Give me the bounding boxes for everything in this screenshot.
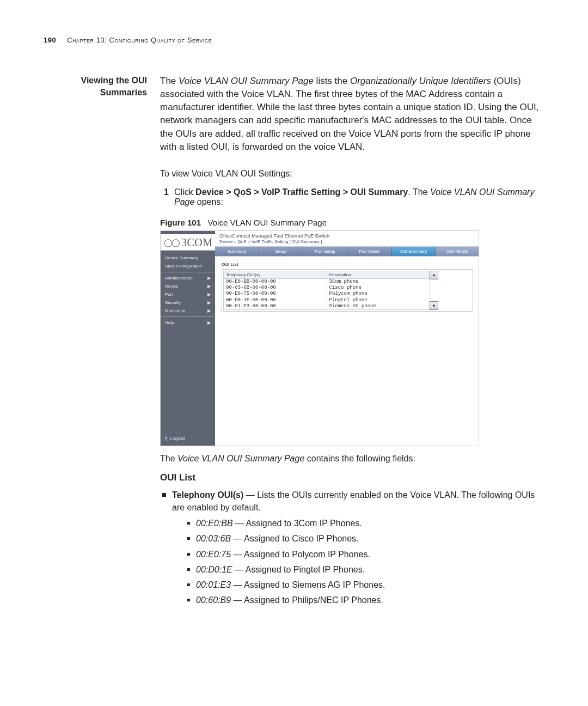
table-row[interactable]: 00-E0-75-00-00-00Polycom phone bbox=[224, 291, 430, 297]
logout-link[interactable]: ⎘ Logout bbox=[161, 433, 215, 446]
tab-port-detail[interactable]: Port Detail bbox=[347, 247, 391, 256]
tab-oui-modify[interactable]: OUI Modify bbox=[436, 247, 479, 256]
running-header: 190 Chapter 13: Configuring Quality of S… bbox=[44, 36, 544, 44]
page-number: 190 bbox=[44, 36, 56, 44]
table-row[interactable]: 00-01-E3-00-00-00Siemens AG phone bbox=[224, 303, 430, 310]
tab-bar: Summary Setup Port Setup Port Detail OUI… bbox=[215, 246, 479, 257]
sidebar-item-security[interactable]: Security▶ bbox=[161, 299, 215, 307]
intro-paragraph: The Voice VLAN OUI Summary Page lists th… bbox=[160, 75, 544, 154]
sidebar-item-save-configuration[interactable]: Save Configuration bbox=[161, 262, 215, 270]
product-title: OfficeConnect Managed Fast Ethernet PoE … bbox=[219, 233, 475, 239]
list-item: 00:E0:75 — Assigned to Polycom IP Phones… bbox=[185, 548, 544, 561]
side-heading-line1: Viewing the OUI bbox=[81, 76, 148, 85]
side-heading-line2: Summaries bbox=[100, 88, 147, 97]
oui-list-heading: OUI List bbox=[160, 472, 544, 483]
list-item: 00:01:E3 — Assigned to Siemens AG IP Pho… bbox=[185, 579, 544, 591]
list-item: 00:E0:BB — Assigned to 3Com IP Phones. bbox=[185, 517, 544, 530]
tab-port-setup[interactable]: Port Setup bbox=[303, 247, 347, 256]
col-header-oui: Telephony OUI(s) bbox=[224, 271, 327, 278]
oui-table: Telephony OUI(s) Description 00-E0-BB-00… bbox=[223, 271, 430, 310]
step-number: 1 bbox=[160, 187, 169, 207]
breadcrumb: Device > QoS > VoIP Traffic Setting [ OU… bbox=[215, 239, 479, 246]
chevron-right-icon: ▶ bbox=[207, 292, 211, 297]
list-item: 00:03:6B — Assigned to Cisco IP Phones. bbox=[185, 532, 544, 545]
step-text: Click Device > QoS > VoIP Traffic Settin… bbox=[174, 187, 544, 207]
sidebar-item-help[interactable]: Help▶ bbox=[161, 319, 215, 327]
main-panel: OfficeConnect Managed Fast Ethernet PoE … bbox=[215, 231, 479, 446]
chapter-title: Chapter 13: Configuring Quality of Servi… bbox=[67, 36, 212, 44]
tab-summary[interactable]: Summary bbox=[215, 247, 259, 256]
oui-list-box: Telephony OUI(s) Description 00-E0-BB-00… bbox=[222, 269, 473, 312]
tab-setup[interactable]: Setup bbox=[259, 247, 303, 256]
sidebar-item-administration[interactable]: Administration▶ bbox=[161, 274, 215, 282]
fields-lead: The Voice VLAN OUI Summary Page contains… bbox=[160, 454, 544, 464]
table-row[interactable]: 00-D0-1E-00-00-00Pingtel phone bbox=[224, 297, 430, 303]
chevron-right-icon: ▶ bbox=[207, 276, 211, 281]
chevron-right-icon: ▶ bbox=[207, 300, 211, 305]
chevron-right-icon: ▶ bbox=[207, 308, 211, 313]
field-telephony-oui: Telephony OUI(s) — Lists the OUIs curren… bbox=[160, 489, 544, 607]
panel-label: OUI List bbox=[222, 262, 473, 267]
lead-in-sentence: To view Voice VLAN OUI Settings: bbox=[160, 169, 544, 179]
scroll-up-icon[interactable]: ▲ bbox=[430, 271, 438, 279]
step-1: 1 Click Device > QoS > VoIP Traffic Sett… bbox=[160, 187, 544, 207]
chevron-right-icon: ▶ bbox=[207, 284, 211, 289]
sidebar: ◯◯ 3COM Device Summary Save Configuratio… bbox=[161, 231, 215, 446]
list-item: 00:D0:1E — Assigned to Pingtel IP Phones… bbox=[185, 563, 544, 576]
logout-icon: ⎘ bbox=[165, 436, 168, 441]
rings-icon: ◯◯ bbox=[164, 238, 179, 247]
list-item: 00:60:B9 — Assigned to Philips/NEC IP Ph… bbox=[185, 594, 544, 606]
sidebar-item-device-summary[interactable]: Device Summary bbox=[161, 254, 215, 262]
sidebar-item-monitoring[interactable]: Monitoring▶ bbox=[161, 307, 215, 315]
scroll-down-icon[interactable]: ▼ bbox=[430, 301, 438, 310]
content-area: OUI List Telephony OUI(s) Description 00… bbox=[215, 257, 479, 446]
table-row[interactable]: 00-E0-BB-00-00-003Com phone bbox=[224, 278, 430, 285]
tab-oui-summary[interactable]: OUI Summary bbox=[391, 247, 436, 256]
brand-logo: ◯◯ 3COM bbox=[161, 234, 215, 251]
sidebar-item-device[interactable]: Device▶ bbox=[161, 282, 215, 290]
col-header-description: Description bbox=[327, 271, 430, 278]
table-scrollbar[interactable]: ▲ ▼ bbox=[430, 271, 438, 310]
figure-caption: Figure 101 Voice VLAN OUI Summary Page bbox=[160, 218, 544, 227]
sidebar-item-port[interactable]: Port▶ bbox=[161, 290, 215, 299]
chevron-right-icon: ▶ bbox=[207, 320, 211, 325]
table-row[interactable]: 00-03-6B-00-00-00Cisco phone bbox=[224, 285, 430, 291]
section-side-heading: Viewing the OUI Summaries bbox=[44, 75, 147, 99]
screenshot: ◯◯ 3COM Device Summary Save Configuratio… bbox=[160, 230, 479, 446]
